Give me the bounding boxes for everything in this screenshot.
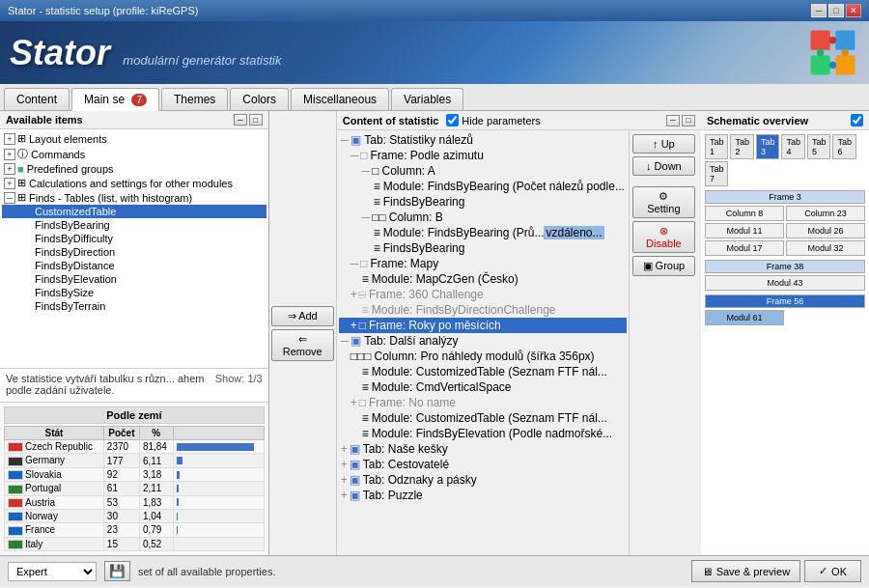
disable-button[interactable]: ⊗ Disable [632, 221, 695, 253]
tree-frame-mapy[interactable]: ─ □ Frame: Mapy [339, 256, 627, 271]
save-preview-button[interactable]: 🖥 Save & preview [691, 560, 800, 582]
setting-button[interactable]: ⚙ Setting [632, 186, 695, 218]
tree-item-customized-table[interactable]: CustomizedTable [2, 205, 266, 218]
tab-colors[interactable]: Colors [230, 88, 289, 110]
sch-mod17[interactable]: Modul 17 [705, 240, 784, 256]
tab-main-se[interactable]: Main se 7 [71, 88, 159, 111]
profile-select[interactable]: Expert Intermediate Beginner [8, 562, 97, 581]
middle-minimize-btn[interactable]: ─ [666, 115, 680, 126]
col-icon: □□□ [350, 350, 372, 363]
tab-content[interactable]: Content [4, 88, 70, 110]
tree-item-finds-difficulty[interactable]: FindsByDifficulty [2, 232, 266, 245]
sch-col23[interactable]: Column 23 [786, 206, 865, 221]
remove-button[interactable]: ⇐ Remove [271, 329, 334, 361]
sch-col8[interactable]: Column 8 [705, 206, 784, 221]
sch-tab-1[interactable]: Tab1 [705, 134, 729, 159]
count-cell: 53 [103, 495, 139, 509]
description-text: Ve statistice vytváří tabulku s různ... … [6, 373, 204, 396]
tree-module-customized[interactable]: ≡ Module: CustomizedTable (Seznam FTF ná… [339, 364, 627, 379]
tree-frame-azimutu[interactable]: ─ □ Frame: Podle azimutu [339, 148, 627, 163]
sch-tab-3[interactable]: Tab3 [756, 134, 780, 159]
minimize-button[interactable]: ─ [811, 4, 827, 17]
tree-label: FindsByBearing [35, 219, 110, 231]
tree-item-finds-elevation[interactable]: FindsByElevation [2, 272, 266, 286]
sch-mod11[interactable]: Modul 11 [705, 223, 784, 238]
tree-tab-nase[interactable]: + ▣ Tab: Naše kešky [339, 441, 627, 457]
up-button[interactable]: ↑ Up [632, 134, 695, 154]
module-icon: ≡ [362, 365, 369, 378]
tree-tab-odznaky[interactable]: + ▣ Tab: Odznaky a pásky [339, 472, 627, 488]
down-button[interactable]: ↓ Down [632, 156, 695, 176]
tree-item-predefined-groups[interactable]: + ■ Predefined groups [2, 162, 266, 176]
hide-params-label[interactable]: Hide parameters [446, 114, 540, 126]
plus-icon: + [341, 489, 348, 502]
expander-icon[interactable]: + [4, 149, 15, 160]
close-button[interactable]: ✕ [846, 4, 861, 17]
add-remove-panel: ⇒ Add ⇐ Remove [269, 111, 337, 555]
expander-icon[interactable]: + [4, 163, 15, 175]
middle-maximize-btn[interactable]: □ [682, 115, 695, 126]
pct-cell: 3,18 [139, 467, 173, 481]
tree-module-bearing2b[interactable]: ≡ FindsByBearing [339, 240, 627, 256]
sch-mod61[interactable]: Modul 61 [705, 310, 784, 325]
tree-item-calculations[interactable]: + ⊞ Calculations and settings for other … [2, 176, 266, 190]
tree-col-a[interactable]: ─ □ Column: A [339, 163, 627, 179]
sch-tab-5[interactable]: Tab5 [807, 134, 831, 159]
expander-icon[interactable]: + [4, 178, 15, 189]
tree-module-mapcz[interactable]: ≡ Module: MapCzGen (Česko) [339, 271, 627, 287]
expander-icon[interactable]: ─ [4, 192, 15, 204]
pct-cell: 1,04 [139, 509, 173, 522]
tree-col-b[interactable]: ─ □□ Column: B [339, 210, 627, 225]
sch-tab-7[interactable]: Tab7 [705, 161, 729, 186]
tree-tab-statistiky[interactable]: ─ ▣ Tab: Statistiky nálezů [339, 132, 627, 148]
tree-module-bearing1b[interactable]: ≡ FindsByBearing [339, 194, 627, 210]
tab-miscellaneous[interactable]: Miscellaneous [291, 88, 389, 110]
tab-icon: ▣ [350, 489, 360, 502]
maximize-button[interactable]: □ [828, 4, 844, 17]
main-content: Available items ─ □ + ⊞ Layout elements … [0, 111, 869, 555]
save-icon-button[interactable]: 💾 [104, 561, 130, 581]
tree-item-finds-bearing[interactable]: FindsByBearing [2, 218, 266, 232]
tree-item-finds-terrain[interactable]: FindsByTerrain [2, 299, 266, 313]
available-items-header: Available items ─ □ [0, 111, 268, 129]
tree-module-direction[interactable]: ≡ Module: FindsByDirectionChallenge [339, 302, 627, 318]
schematic-checkbox[interactable] [851, 114, 863, 126]
tree-item-finds-tables[interactable]: ─ ⊞ Finds - Tables (list, with histogram… [2, 190, 266, 205]
tree-frame-noname[interactable]: + □ Frame: No name [339, 395, 627, 410]
calc-icon: ⊞ [17, 177, 26, 189]
sch-mod32[interactable]: Modul 32 [786, 240, 865, 256]
tree-tab-dalsi[interactable]: ─ ▣ Tab: Další analýzy [339, 333, 627, 349]
tree-module-bearing2[interactable]: ≡ Module: FindsByBearing (Prů... vzdálen… [339, 225, 627, 240]
add-button[interactable]: ⇒ Add [271, 306, 334, 326]
tree-tab-puzzle[interactable]: + ▣ Tab: Puzzle [339, 488, 627, 503]
sch-mod26[interactable]: Modul 26 [786, 223, 865, 238]
tree-item-finds-direction[interactable]: FindsByDirection [2, 245, 266, 259]
left-minimize-btn[interactable]: ─ [234, 114, 247, 126]
tree-col-nahledy[interactable]: □□□ Column: Pro náhledy modulů (šířka 35… [339, 349, 627, 364]
sch-tab-2[interactable]: Tab2 [730, 134, 754, 159]
tree-item-commands[interactable]: + ⓘ Commands [2, 146, 266, 162]
gear-icon: ⚙ [659, 190, 668, 202]
tree-item-finds-size[interactable]: FindsBySize [2, 286, 266, 299]
tree-item-layout-elements[interactable]: + ⊞ Layout elements [2, 131, 266, 146]
tree-item-finds-distance[interactable]: FindsByDistance [2, 259, 266, 272]
content-tree: ─ ▣ Tab: Statistiky nálezů ─ □ Frame: Po… [337, 130, 629, 555]
group-button[interactable]: ▣ Group [632, 256, 695, 276]
tab-variables[interactable]: Variables [391, 88, 463, 110]
left-maximize-btn[interactable]: □ [249, 114, 263, 126]
tab-themes[interactable]: Themes [161, 88, 228, 110]
ok-button[interactable]: ✓ OK [804, 560, 861, 582]
hide-params-checkbox[interactable] [446, 114, 459, 126]
expander-icon[interactable]: + [4, 133, 15, 145]
sch-tab-4[interactable]: Tab4 [781, 134, 805, 159]
tree-module-noname-ftf[interactable]: ≡ Module: CustomizedTable (Seznam FTF ná… [339, 410, 627, 426]
tree-frame-roky[interactable]: + □ Frame: Roky po měsících [339, 318, 627, 333]
tree-module-bearing1[interactable]: ≡ Module: FindsByBearing (Počet nálezů p… [339, 179, 627, 194]
svg-point-7 [829, 62, 836, 69]
tree-tab-cestovatel[interactable]: + ▣ Tab: Cestovatelé [339, 457, 627, 472]
tree-module-cmdvert[interactable]: ≡ Module: CmdVerticalSpace [339, 379, 627, 395]
sch-tab-6[interactable]: Tab6 [832, 134, 856, 159]
sch-mod43[interactable]: Modul 43 [705, 275, 865, 291]
tree-module-elevation[interactable]: ≡ Module: FindsByElevation (Podle nadmoř… [339, 426, 627, 441]
tree-frame-360[interactable]: + □ Frame: 360 Challenge [339, 287, 627, 302]
